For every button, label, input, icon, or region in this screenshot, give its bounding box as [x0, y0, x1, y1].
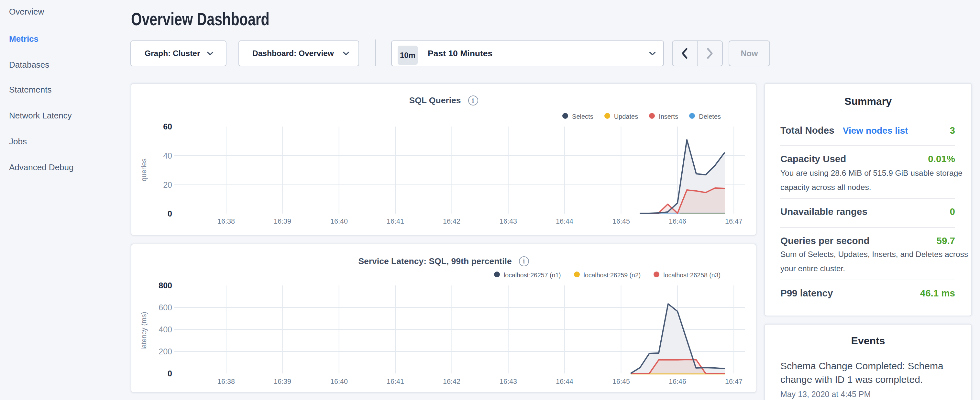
svg-text:16:41: 16:41: [387, 217, 404, 225]
svg-text:200: 200: [159, 347, 172, 356]
svg-text:16:38: 16:38: [217, 378, 235, 386]
svg-text:16:45: 16:45: [612, 217, 630, 225]
svg-text:16:40: 16:40: [330, 378, 348, 386]
svg-text:16:42: 16:42: [443, 217, 460, 225]
svg-text:600: 600: [159, 303, 172, 312]
svg-text:16:38: 16:38: [217, 217, 235, 225]
svg-text:0: 0: [168, 209, 172, 218]
svg-text:16:43: 16:43: [500, 378, 517, 386]
svg-text:16:40: 16:40: [330, 217, 348, 225]
svg-text:40: 40: [163, 151, 172, 160]
svg-text:16:47: 16:47: [725, 217, 743, 225]
svg-text:16:46: 16:46: [669, 378, 686, 386]
svg-text:16:39: 16:39: [274, 378, 291, 386]
svg-text:16:43: 16:43: [500, 217, 517, 225]
svg-text:16:41: 16:41: [387, 378, 404, 386]
svg-text:20: 20: [163, 180, 172, 189]
svg-text:16:45: 16:45: [612, 378, 630, 386]
svg-text:0: 0: [168, 369, 172, 378]
svg-text:latency (ms): latency (ms): [140, 312, 148, 349]
svg-text:400: 400: [159, 325, 172, 334]
svg-text:16:44: 16:44: [556, 217, 573, 225]
svg-text:queries: queries: [140, 159, 148, 182]
svg-text:16:44: 16:44: [556, 378, 573, 386]
svg-text:800: 800: [159, 281, 172, 290]
svg-text:16:39: 16:39: [274, 217, 291, 225]
svg-text:16:47: 16:47: [725, 378, 743, 386]
svg-text:16:42: 16:42: [443, 378, 460, 386]
svg-text:16:46: 16:46: [669, 217, 686, 225]
svg-text:60: 60: [163, 122, 172, 131]
